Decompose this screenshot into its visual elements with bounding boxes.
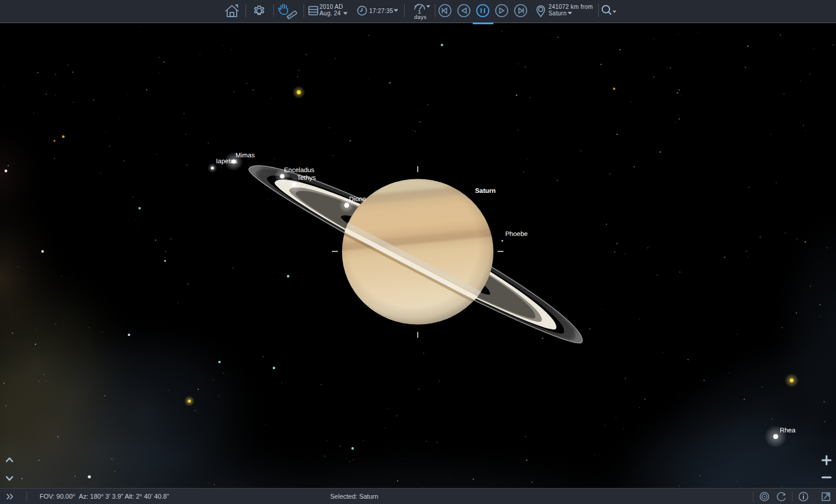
- svg-text:Saturn: Saturn: [475, 188, 496, 195]
- svg-text:Rhea: Rhea: [780, 427, 796, 434]
- svg-text:Tethys: Tethys: [297, 175, 316, 182]
- svg-text:Enceladus: Enceladus: [284, 167, 315, 174]
- svg-text:Dione: Dione: [349, 196, 366, 203]
- svg-text:Iapetus: Iapetus: [216, 158, 238, 165]
- svg-text:Mimas: Mimas: [235, 152, 255, 159]
- svg-text:Phoebe: Phoebe: [505, 231, 528, 238]
